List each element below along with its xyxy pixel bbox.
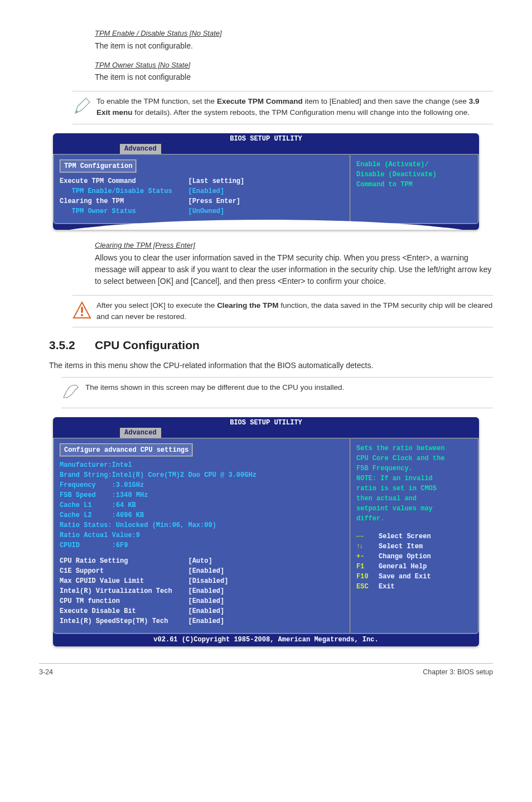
bios-info-row: FSB Speed :1340 MHz (60, 490, 344, 500)
bios-help-keys: Select ScreenSelect Item+-Change OptionF… (356, 532, 472, 592)
section-number: 3.5.2 (49, 336, 95, 354)
svg-point-1 (81, 314, 83, 316)
clearing-tpm-block: Clearing the TPM [Press Enter] Allows yo… (95, 240, 493, 287)
bios-setting-row: Clearing the TPM [Press Enter] (60, 196, 344, 206)
bios-box-title: TPM Configuration (60, 160, 137, 173)
bios-settings-list: Execute TPM Command [Last setting] TPM E… (60, 176, 344, 216)
key-label: +- (356, 552, 374, 562)
key-label: ESC (356, 582, 374, 592)
subheading: Clearing the TPM [Press Enter] (95, 240, 493, 251)
bios-tab-advanced: Advanced (120, 144, 161, 154)
bios-footer: v02.61 (C)Copyright 1985-2008, American … (53, 634, 479, 646)
key-description: Exit (379, 582, 395, 592)
warning-block: After you select [OK] to execute the Cle… (72, 295, 493, 328)
key-label: F1 (356, 562, 374, 572)
note-text: After you select [OK] to execute the Cle… (96, 300, 493, 323)
bios-settings-list: CPU Ratio Setting [Auto]C1E Support [Ena… (60, 556, 344, 626)
section-title: CPU Configuration (95, 336, 200, 354)
bios-info-row: CPUID :6F9 (60, 540, 344, 550)
subheading: TPM Owner Status [No State] (95, 60, 493, 71)
body-text: Allows you to clear the user information… (95, 252, 493, 287)
key-description: Select Screen (379, 532, 431, 542)
help-key-row: F1General Help (356, 562, 472, 572)
intro-text: The items in this menu show the CPU-rela… (49, 360, 493, 371)
key-description: Change Option (379, 552, 431, 562)
tpm-enable-status-block: TPM Enable / Disable Status [No State] T… (95, 28, 493, 52)
help-key-row: F10Save and Exit (356, 572, 472, 582)
page-footer: 3-24 Chapter 3: BIOS setup (39, 663, 493, 678)
bios-screen-cpu: BIOS SETUP UTILITY Advanced Configure ad… (53, 417, 479, 646)
bios-setting-row: Max CPUID Value Limit [Disabled] (60, 576, 344, 586)
key-description: General Help (379, 562, 427, 572)
section-heading: 3.5.2 CPU Configuration (49, 336, 493, 354)
note-text: The items shown in this screen may be di… (85, 382, 344, 393)
bios-setting-row: C1E Support [Enabled] (60, 566, 344, 576)
key-label: F10 (356, 572, 374, 582)
bios-static-info: Manufacturer:IntelBrand String:Intel(R) … (60, 460, 344, 550)
bios-info-row: Brand String:Intel(R) Core(TM)2 Duo CPU … (60, 470, 344, 480)
tpm-owner-status-block: TPM Owner Status [No State] The item is … (95, 60, 493, 84)
bios-help-text: Enable (Activate)/ Disable (Deactivate) … (356, 160, 472, 190)
bios-setting-row: Intel(R) SpeedStep(TM) Tech [Enabled] (60, 616, 344, 626)
bios-tab-advanced: Advanced (120, 428, 161, 438)
bios-setting-row: TPM Enable/Disable Status [Enabled] (60, 186, 344, 196)
key-description: Select Item (379, 542, 423, 552)
arrows-lr-icon (356, 532, 374, 542)
bios-setting-row: CPU TM function [Enabled] (60, 596, 344, 606)
chapter-name: Chapter 3: BIOS setup (423, 667, 493, 678)
bios-info-row: Frequency :3.01GHz (60, 480, 344, 490)
key-description: Save and Exit (379, 572, 431, 582)
note-block: To enable the TPM function, set the Exec… (72, 91, 493, 124)
svg-rect-0 (81, 307, 83, 313)
bios-help-text: Sets the ratio between CPU Core Clock an… (356, 443, 472, 524)
bios-title: BIOS SETUP UTILITY (230, 419, 302, 427)
bios-info-row: Ratio Status: Unlocked (Min:06, Max:09) (60, 520, 344, 530)
bios-info-row: Cache L2 :4096 KB (60, 510, 344, 520)
bios-info-row: Ratio Actual Value:9 (60, 530, 344, 540)
warning-icon (72, 300, 92, 322)
bios-title: BIOS SETUP UTILITY (230, 135, 302, 143)
bios-setting-row: TPM Owner Status [UnOwned] (60, 206, 344, 216)
bios-screen-tpm: BIOS SETUP UTILITY Advanced TPM Configur… (53, 133, 479, 230)
help-key-row: Select Item (356, 542, 472, 552)
pencil-icon (72, 96, 92, 119)
bios-info-row: Cache L1 :64 KB (60, 500, 344, 510)
body-text: The item is not configurable (95, 71, 493, 83)
bios-setting-row: CPU Ratio Setting [Auto] (60, 556, 344, 566)
bios-box-title: Configure advanced CPU settings (60, 443, 193, 457)
bios-setting-row: Execute Disable Bit [Enabled] (60, 606, 344, 616)
note-text: To enable the TPM function, set the Exec… (96, 96, 493, 119)
bios-setting-row: Intel(R) Virtualization Tech [Enabled] (60, 586, 344, 596)
help-key-row: Select Screen (356, 532, 472, 542)
bios-setting-row: Execute TPM Command [Last setting] (60, 176, 344, 186)
note-block: The items shown in this screen may be di… (61, 377, 493, 408)
bios-info-row: Manufacturer:Intel (60, 460, 344, 470)
subheading: TPM Enable / Disable Status [No State] (95, 28, 493, 39)
help-key-row: ESCExit (356, 582, 472, 592)
hand-note-icon (61, 382, 81, 403)
page-number: 3-24 (39, 667, 53, 678)
arrows-ud-icon (356, 542, 374, 552)
body-text: The item is not configurable. (95, 40, 493, 52)
help-key-row: +-Change Option (356, 552, 472, 562)
